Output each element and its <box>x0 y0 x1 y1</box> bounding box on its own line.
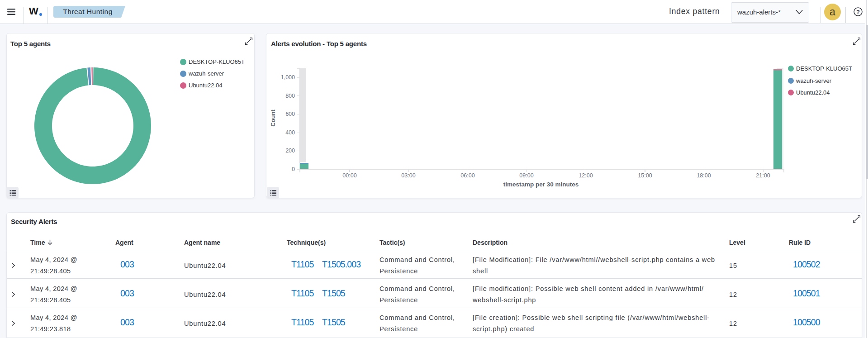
svg-text:?: ? <box>856 9 860 15</box>
